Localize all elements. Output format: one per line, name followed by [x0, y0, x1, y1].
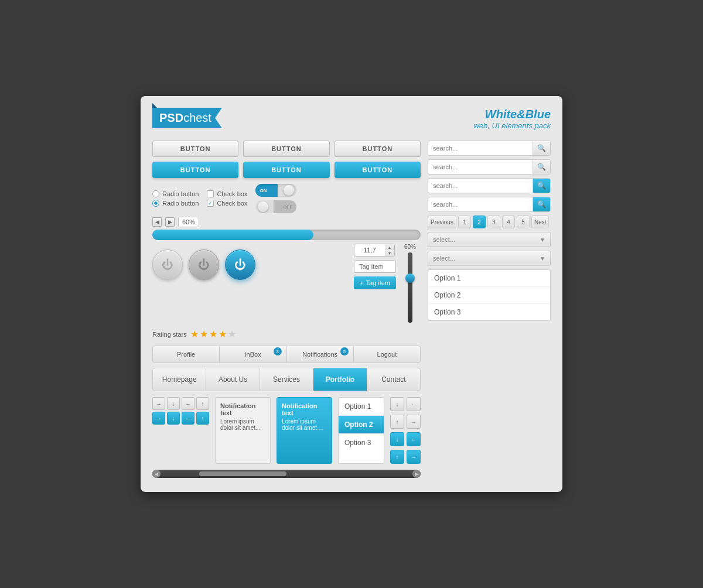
power-btn-blue[interactable]: ⏻ — [225, 249, 255, 280]
tab-inbox[interactable]: inBox 3 — [220, 346, 286, 363]
star-4[interactable]: ★ — [219, 329, 227, 340]
star-5[interactable]: ★ — [228, 329, 236, 340]
dropdown-opt-2[interactable]: Option 2 — [339, 416, 384, 434]
search-input-4[interactable] — [428, 197, 533, 211]
select-1[interactable]: select... ▼ — [428, 232, 551, 247]
left-col: BUTTON BUTTON BUTTON BUTTON BUTTON BUTTO… — [152, 141, 421, 480]
nav-homepage[interactable]: Homepage — [153, 368, 206, 391]
outline-button-3[interactable]: BUTTON — [335, 141, 421, 157]
toggle-on[interactable]: ON OFF — [255, 184, 296, 197]
search-btn-3[interactable]: 🔍 — [533, 179, 550, 193]
page-1[interactable]: 1 — [458, 216, 471, 228]
checkbox-item-1[interactable]: Check box — [207, 190, 247, 197]
page-4[interactable]: 4 — [502, 216, 515, 228]
power-row: ⏻ ⏻ ⏻ — [152, 249, 255, 280]
arrow-down-2[interactable]: ↓ — [167, 412, 180, 425]
arrow-right-1[interactable]: → — [152, 397, 165, 410]
nav-contact[interactable]: Contact — [367, 368, 420, 391]
toggle-on-label: ON — [260, 188, 267, 193]
radio-item-1[interactable]: Radio button — [152, 190, 199, 197]
power-btn-light[interactable]: ⏻ — [152, 249, 183, 280]
arrow-up-2[interactable]: ↑ — [196, 412, 209, 425]
page-3[interactable]: 3 — [487, 216, 500, 228]
outline-button-1[interactable]: BUTTON — [152, 141, 238, 157]
right-dropdown-item-2[interactable]: Option 2 — [428, 287, 550, 304]
nav-arrow-up-1[interactable]: ↑ — [390, 415, 404, 429]
search-btn-2[interactable]: 🔍 — [533, 160, 550, 174]
notif-title-1: Notification text — [220, 402, 265, 416]
search-input-3[interactable] — [428, 179, 533, 193]
nav-services[interactable]: Services — [260, 368, 313, 391]
nav-arrow-right-1[interactable]: → — [407, 415, 421, 429]
h-scrollbar[interactable]: ◀ ▶ — [152, 470, 421, 478]
search-input-2[interactable] — [428, 160, 533, 174]
outline-button-2[interactable]: BUTTON — [243, 141, 329, 157]
h-scroll-left[interactable]: ◀ — [152, 470, 161, 478]
nav-arrow-right-2[interactable]: → — [407, 450, 421, 464]
star-2[interactable]: ★ — [200, 329, 208, 340]
h-scroll-right[interactable]: ▶ — [412, 470, 421, 478]
tag-outline[interactable]: Tag item — [354, 260, 396, 273]
logo-banner: PSDchest — [152, 108, 222, 128]
spinner-input[interactable]: 11,7 ▲ ▼ — [354, 244, 395, 257]
page-2[interactable]: 2 — [473, 216, 486, 228]
page-next[interactable]: Next — [531, 216, 550, 228]
tab-notifications[interactable]: Notifications 5 — [287, 346, 354, 363]
page-5[interactable]: 5 — [517, 216, 530, 228]
tag-blue[interactable]: + Tag item — [354, 276, 396, 289]
arrow-right-2[interactable]: → — [152, 412, 165, 425]
spin-up[interactable]: ▲ — [385, 244, 394, 250]
button-row-2: BUTTON BUTTON BUTTON — [152, 162, 421, 178]
page-prev[interactable]: Previous — [428, 216, 456, 228]
tag-blue-label: Tag item — [366, 279, 390, 286]
select-2[interactable]: select... ▼ — [428, 251, 551, 266]
select-label-1: select... — [433, 236, 540, 243]
dropdown-opt-3[interactable]: Option 3 — [339, 434, 384, 452]
nav-arrow-down-2[interactable]: ↓ — [390, 432, 404, 446]
radio-circle-2[interactable] — [152, 200, 159, 207]
vertical-slider[interactable]: 60% — [404, 244, 416, 325]
blue-button-2[interactable]: BUTTON — [243, 162, 329, 178]
spinner-value: 11,7 — [354, 245, 385, 255]
power-btn-dark[interactable]: ⏻ — [189, 249, 219, 280]
tab-logout[interactable]: Logout — [354, 346, 420, 363]
arrow-pair-1: ↓ ← — [390, 397, 421, 411]
tab-profile[interactable]: Profile — [153, 346, 220, 363]
radio-circle-1[interactable] — [152, 190, 159, 197]
search-box-2: 🔍 — [428, 159, 551, 175]
arrow-pad-top: → ↓ ← ↑ → ↓ ← ↑ — [152, 397, 209, 464]
dropdown-opt-1[interactable]: Option 1 — [339, 398, 384, 416]
arrow-row-1: → ↓ ← ↑ — [152, 397, 209, 410]
right-dropdown-item-3[interactable]: Option 3 — [428, 304, 550, 320]
spin-down[interactable]: ▼ — [385, 250, 394, 256]
h-scroll-thumb — [199, 471, 286, 476]
star-1[interactable]: ★ — [190, 329, 199, 340]
stars: ★ ★ ★ ★ ★ — [190, 329, 236, 340]
search-input-1[interactable] — [428, 141, 533, 155]
checkbox-item-2[interactable]: ✓ Check box — [207, 200, 247, 207]
power-icon-dark: ⏻ — [198, 258, 210, 272]
arrow-down-1[interactable]: ↓ — [167, 397, 180, 410]
check-box-2[interactable]: ✓ — [207, 200, 214, 207]
progress-arrow-2[interactable]: ▶ — [165, 217, 175, 227]
right-dropdown-item-1[interactable]: Option 1 — [428, 270, 550, 287]
search-btn-4[interactable]: 🔍 — [533, 197, 550, 211]
nav-about[interactable]: About Us — [206, 368, 260, 391]
radio-item-2[interactable]: Radio button — [152, 200, 199, 207]
nav-portfolio[interactable]: Portfolio — [313, 368, 367, 391]
arrow-left-2[interactable]: ← — [182, 412, 194, 425]
toggle-off[interactable]: ON OFF — [255, 200, 296, 213]
search-btn-1[interactable]: 🔍 — [533, 141, 550, 155]
nav-arrow-left-2[interactable]: ← — [407, 432, 421, 446]
arrow-left-1[interactable]: ← — [182, 397, 194, 410]
blue-button-3[interactable]: BUTTON — [335, 162, 421, 178]
blue-button-1[interactable]: BUTTON — [152, 162, 238, 178]
nav-arrow-up-2[interactable]: ↑ — [390, 450, 404, 464]
arrow-up-1[interactable]: ↑ — [196, 397, 209, 410]
check-box-1[interactable] — [207, 190, 214, 197]
progress-arrow-1[interactable]: ◀ — [152, 217, 162, 227]
star-3[interactable]: ★ — [209, 329, 217, 340]
progress-value: 60% — [178, 217, 199, 227]
nav-arrow-down-1[interactable]: ↓ — [390, 397, 404, 411]
nav-arrow-left-1[interactable]: ← — [407, 397, 421, 411]
